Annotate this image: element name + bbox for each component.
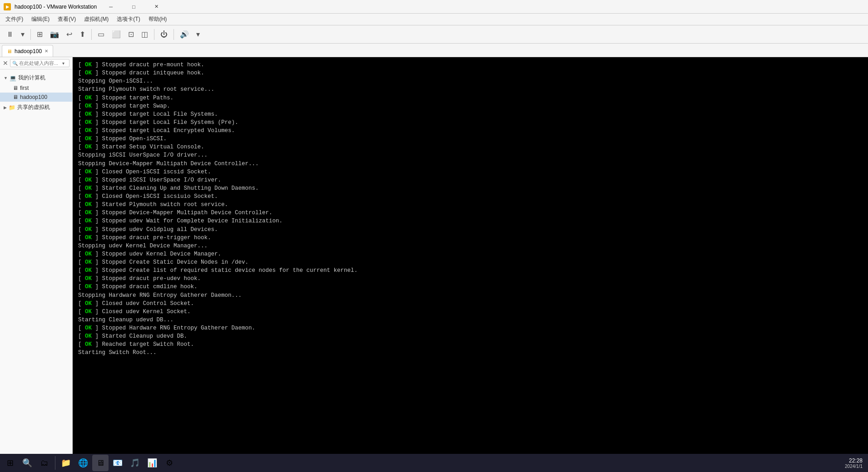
terminal-line: Starting Plymouth switch root service...	[78, 85, 863, 93]
taskbar-clock: 22:28 2024/1/1	[845, 457, 866, 469]
terminal-line: [ OK ] Started Cleanup udevd DB.	[78, 332, 863, 340]
taskbar-browser[interactable]: 🌐	[75, 455, 91, 471]
toolbar-separator-4	[174, 29, 174, 40]
taskbar-mail[interactable]: 📧	[109, 455, 126, 471]
ok-badge: OK	[85, 267, 92, 274]
terminal-line: [ OK ] Stopped target Swap.	[78, 102, 863, 110]
terminal-line: [ OK ] Stopped dracut pre-mount hook.	[78, 61, 863, 69]
sidebar-section-1[interactable]: ▶📁共享的虚拟机	[0, 102, 72, 113]
power-button[interactable]: ⏻	[158, 29, 170, 40]
toolbar: ⏸ ▾ ⊞ 📷 ↩ ⬆ ▭ ⬜ ⊡ ◫ ⏻ 🔊 ▾	[0, 25, 868, 44]
terminal-line: [ OK ] Stopped iSCSI UserSpace I/O drive…	[78, 176, 863, 184]
titlebar-controls: ─ □ ✕	[100, 0, 167, 14]
sidebar-tree: ▼💻我的计算机🖥first🖥hadoop100▶📁共享的虚拟机	[0, 69, 72, 457]
main-area: ✕ 🔍 ▾ ▼💻我的计算机🖥first🖥hadoop100▶📁共享的虚拟机 [ …	[0, 57, 868, 457]
search-taskbar[interactable]: 🔍	[19, 455, 35, 471]
taskbar-excel[interactable]: 📊	[144, 455, 160, 471]
ok-badge: OK	[85, 193, 92, 200]
taskbar-separator	[55, 456, 55, 470]
ok-badge: OK	[85, 177, 92, 183]
terminal-line: [ OK ] Stopped dracut initqueue hook.	[78, 69, 863, 77]
menu-item-H[interactable]: 帮助(H)	[145, 14, 171, 25]
revert-snapshot-button[interactable]: ↩	[64, 28, 75, 40]
terminal-line: [ OK ] Started Setup Virtual Console.	[78, 143, 863, 151]
menu-item-M[interactable]: 虚拟机(M)	[80, 14, 112, 25]
terminal-line: [ OK ] Closed Open-iSCSI iscsiuio Socket…	[78, 192, 863, 201]
terminal-line: [ OK ] Stopped dracut pre-udev hook.	[78, 275, 863, 283]
taskbar-settings[interactable]: ⚙	[161, 455, 178, 471]
unity-button[interactable]: ⊡	[125, 28, 137, 40]
ok-badge: OK	[85, 144, 92, 150]
task-view-button[interactable]: 🗂	[36, 455, 53, 471]
ok-badge: OK	[85, 235, 92, 241]
ok-badge: OK	[85, 202, 92, 208]
ok-badge: OK	[85, 251, 92, 257]
ok-badge: OK	[85, 325, 92, 331]
audio-dropdown[interactable]: ▾	[193, 28, 203, 40]
ok-badge: OK	[85, 62, 92, 68]
pause-dropdown[interactable]: ▾	[18, 28, 27, 40]
take-snapshot-button[interactable]: 📷	[47, 28, 62, 40]
taskbar-folder[interactable]: 📁	[58, 455, 74, 471]
sidebar-item-first[interactable]: 🖥first	[0, 84, 72, 93]
audio-button[interactable]: 🔊	[177, 28, 192, 40]
sidebar-search-dropdown[interactable]: ▾	[62, 61, 64, 66]
menu-item-E[interactable]: 编辑(E)	[28, 14, 53, 25]
terminal-line: [ OK ] Stopped Create list of required s…	[78, 266, 863, 275]
view-mode-button[interactable]: ▭	[95, 28, 107, 40]
terminal-line: Stopping iSCSI UserSpace I/O driver...	[78, 151, 863, 159]
ok-badge: OK	[85, 103, 92, 109]
ok-badge: OK	[85, 119, 92, 126]
ok-badge: OK	[85, 275, 92, 282]
tab-label: hadoop100	[15, 48, 42, 54]
terminal-line: [ OK ] Stopped Create Static Device Node…	[78, 258, 863, 266]
toolbar-separator-3	[154, 29, 154, 40]
tab-close-button[interactable]: ✕	[45, 49, 48, 54]
sidebar-close-button[interactable]: ✕	[3, 59, 8, 67]
terminal-line: [ OK ] Stopped dracut cmdline hook.	[78, 283, 863, 291]
ok-badge: OK	[85, 185, 92, 192]
menu-item-V[interactable]: 查看(V)	[54, 14, 79, 25]
vm-console[interactable]: [ OK ] Stopped dracut pre-mount hook.[ O…	[73, 57, 868, 457]
sidebar-search-input[interactable]	[19, 60, 60, 66]
menu-item-F[interactable]: 文件(F)	[2, 14, 27, 25]
start-button[interactable]: ⊞	[2, 455, 18, 471]
terminal-line: Stopping Open-iSCSI...	[78, 77, 863, 85]
tab-hadoop100[interactable]: 🖥 hadoop100 ✕	[2, 45, 53, 57]
sidebar-item-hadoop100[interactable]: 🖥hadoop100	[0, 93, 72, 102]
sidebar-section-0[interactable]: ▼💻我的计算机	[0, 72, 72, 84]
section-arrow: ▶	[4, 105, 7, 110]
full-screen-button[interactable]: ⬜	[109, 28, 124, 40]
titlebar: ▶ hadoop100 - VMware Workstation ─ □ ✕	[0, 0, 868, 14]
toolbar-separator-2	[91, 29, 92, 40]
ok-badge: OK	[85, 111, 92, 118]
terminal-line: [ OK ] Stopped target Local File Systems…	[78, 118, 863, 127]
pause-button[interactable]: ⏸	[4, 29, 16, 40]
app-icon: ▶	[4, 3, 11, 10]
terminal-line: [ OK ] Stopped Open-iSCSI.	[78, 135, 863, 143]
terminal-line: [ OK ] Stopped target Paths.	[78, 94, 863, 102]
close-button[interactable]: ✕	[146, 0, 167, 14]
menu-item-T[interactable]: 选项卡(T)	[113, 14, 144, 25]
terminal-line: [ OK ] Stopped udev Coldplug all Devices…	[78, 226, 863, 234]
maximize-button[interactable]: □	[123, 0, 144, 14]
ok-badge: OK	[85, 218, 92, 224]
terminal-line: [ OK ] Closed Open-iSCSI iscsid Socket.	[78, 168, 863, 176]
ok-badge: OK	[85, 128, 92, 134]
sidebar-header: ✕ 🔍 ▾	[0, 57, 72, 69]
terminal-line: Stopping Device-Mapper Multipath Device …	[78, 160, 863, 168]
taskbar-music[interactable]: 🎵	[127, 455, 143, 471]
snapshot-manager-button[interactable]: ⬆	[77, 28, 88, 40]
taskbar-vmware[interactable]: 🖥	[92, 455, 109, 471]
minimize-button[interactable]: ─	[100, 0, 121, 14]
ok-badge: OK	[85, 309, 92, 315]
terminal-line: [ OK ] Stopped Device-Mapper Multipath D…	[78, 209, 863, 217]
auto-fit-button[interactable]: ◫	[139, 28, 151, 40]
ok-badge: OK	[85, 259, 92, 266]
tab-vm-icon: 🖥	[7, 49, 12, 54]
send-ctrlaltdel-button[interactable]: ⊞	[34, 28, 45, 40]
terminal-line: Starting Cleanup udevd DB...	[78, 316, 863, 324]
titlebar-title: hadoop100 - VMware Workstation	[15, 4, 97, 10]
taskbar: ⊞ 🔍 🗂 📁 🌐 🖥 📧 🎵 📊 ⚙ 22:28 2024/1/1	[0, 454, 868, 472]
terminal-line: Stopping udev Kernel Device Manager...	[78, 242, 863, 250]
